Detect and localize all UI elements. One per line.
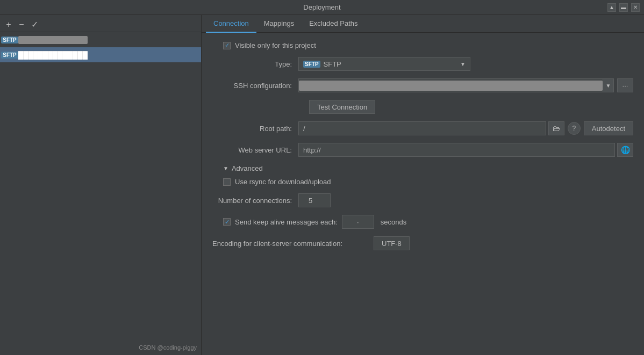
window-title: Deployment [303, 3, 340, 11]
root-path-input[interactable] [298, 121, 546, 135]
use-rsync-label: Use rsync for download/upload [235, 178, 331, 186]
num-connections-row: Number of connections: [212, 193, 633, 207]
use-rsync-row: Use rsync for download/upload [212, 178, 633, 186]
visible-only-row: Visible only for this project [212, 41, 633, 49]
type-label: Type: [212, 60, 298, 68]
content-area: Visible only for this project Type: SFTP… [202, 33, 644, 355]
sftp-icon-2: SFTP [4, 50, 15, 59]
seconds-label: seconds [378, 218, 406, 226]
test-connection-button[interactable]: Test Connection [309, 100, 375, 114]
use-rsync-checkbox[interactable] [223, 178, 231, 186]
encoding-select[interactable]: UTF-8 [374, 236, 410, 250]
web-url-label: Web server URL: [212, 146, 298, 154]
window-up-btn[interactable]: ▲ [607, 3, 616, 12]
ssh-more-button[interactable]: ··· [617, 78, 633, 92]
ssh-label: SSH configuration: [212, 82, 298, 90]
type-row: Type: SFTP SFTP ▼ [212, 57, 633, 71]
visible-only-checkbox[interactable] [223, 42, 231, 49]
sidebar-item-1[interactable]: SFTP ██████████████ [0, 32, 201, 47]
type-select-arrow: ▼ [460, 61, 466, 67]
root-path-control: 🗁 ? Autodetect [298, 121, 633, 135]
keepalive-input[interactable] [342, 215, 374, 229]
advanced-section-header[interactable]: ▼ Advanced [212, 164, 633, 172]
ssh-row: SSH configuration: █████████████████████… [212, 78, 633, 92]
globe-button[interactable]: 🌐 [617, 143, 633, 157]
main-layout: + − ✓ SFTP ██████████████ SFTP █████████… [0, 15, 644, 355]
title-bar: Deployment ▲ ▬ ✕ [0, 0, 644, 15]
tab-excluded-paths[interactable]: Excluded Paths [302, 15, 365, 33]
num-connections-input[interactable] [298, 193, 331, 207]
type-select[interactable]: SFTP SFTP ▼ [298, 57, 470, 71]
type-select-value: SFTP [324, 60, 341, 68]
tabs: Connection Mappings Excluded Paths [202, 15, 644, 33]
advanced-arrow-icon: ▼ [223, 165, 228, 171]
sidebar-toolbar: + − ✓ [0, 17, 201, 32]
tab-mappings[interactable]: Mappings [256, 15, 302, 33]
window-minimize-btn[interactable]: ▬ [619, 3, 628, 12]
sftp-badge: SFTP [303, 61, 320, 68]
num-connections-control [298, 193, 633, 207]
root-path-label: Root path: [212, 125, 298, 133]
url-area: 🌐 [298, 143, 633, 157]
window-close-btn[interactable]: ✕ [631, 3, 640, 12]
autodetect-button[interactable]: Autodetect [584, 121, 633, 135]
sidebar-item-label-1: ██████████████ [18, 36, 88, 44]
root-path-area: 🗁 [298, 121, 564, 135]
web-url-input[interactable] [298, 143, 615, 157]
confirm-button[interactable]: ✓ [29, 19, 40, 30]
test-connection-row: Test Connection [212, 100, 633, 114]
sidebar: + − ✓ SFTP ██████████████ SFTP █████████… [0, 15, 202, 355]
advanced-label: Advanced [232, 164, 263, 172]
encoding-row: Encoding for client-server communication… [212, 236, 633, 250]
right-panel: Connection Mappings Excluded Paths Visib… [202, 15, 644, 355]
remove-server-button[interactable]: − [16, 19, 27, 30]
keepalive-row: Send keep alive messages each: seconds [212, 215, 633, 229]
num-connections-label: Number of connections: [212, 197, 298, 205]
web-url-row: Web server URL: 🌐 [212, 143, 633, 157]
ssh-field-value: ████████████████████████████████████pass… [299, 81, 603, 91]
folder-browse-button[interactable]: 🗁 [548, 121, 564, 135]
keepalive-checkbox[interactable] [223, 218, 231, 226]
sftp-icon-1: SFTP [4, 35, 15, 44]
watermark: CSDN @coding-piggy [139, 344, 197, 351]
encoding-control: UTF-8 [374, 236, 633, 250]
sidebar-item-2[interactable]: SFTP ██████████████ [0, 47, 201, 62]
root-path-help-button[interactable]: ? [568, 122, 581, 135]
root-path-row: Root path: 🗁 ? Autodetect [212, 121, 633, 135]
web-url-control: 🌐 [298, 143, 633, 157]
visible-only-label: Visible only for this project [235, 41, 316, 49]
type-control: SFTP SFTP ▼ [298, 57, 633, 71]
ssh-field: ████████████████████████████████████pass… [298, 78, 614, 92]
ssh-control: ████████████████████████████████████pass… [298, 78, 633, 92]
sidebar-item-label-2: ██████████████ [18, 51, 88, 59]
tab-connection[interactable]: Connection [206, 15, 256, 33]
ssh-dropdown-button[interactable]: ▼ [603, 79, 613, 92]
keepalive-label: Send keep alive messages each: [235, 218, 338, 226]
encoding-label: Encoding for client-server communication… [212, 240, 374, 248]
window-controls: ▲ ▬ ✕ [607, 3, 640, 12]
add-server-button[interactable]: + [3, 19, 14, 30]
